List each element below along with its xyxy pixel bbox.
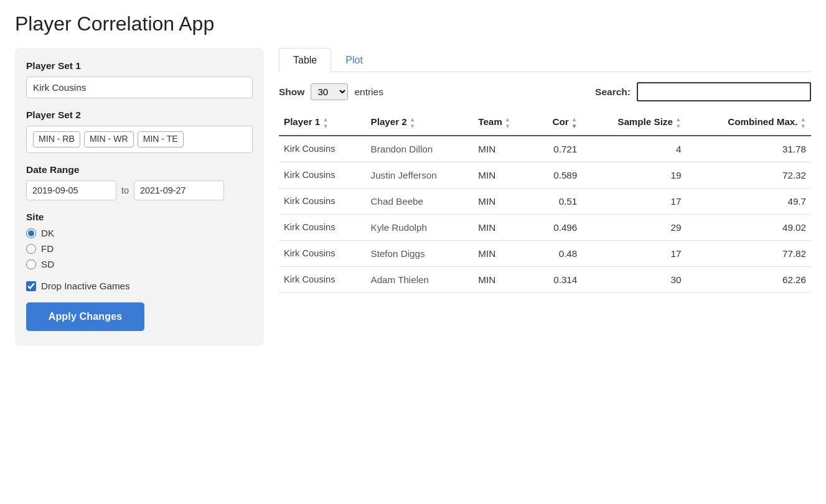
site-label: Site bbox=[26, 212, 253, 223]
cell-team: MIN bbox=[473, 162, 533, 189]
col-label-combined_max: Combined Max. bbox=[728, 116, 797, 127]
sort-icon-player1: ▲▼ bbox=[322, 116, 329, 129]
show-label: Show bbox=[279, 86, 304, 98]
cell-team: MIN bbox=[473, 136, 533, 162]
sort-icon-combined_max: ▲▼ bbox=[800, 116, 807, 129]
sort-icon-player2: ▲▼ bbox=[410, 116, 416, 129]
cell-player2: Chad Beebe bbox=[366, 189, 474, 215]
col-label-sample_size: Sample Size bbox=[617, 116, 673, 127]
site-radio-item-fd[interactable]: FD bbox=[26, 243, 253, 254]
col-label-player1: Player 1 bbox=[284, 116, 320, 127]
entries-label: entries bbox=[354, 86, 383, 98]
cell-player1: Kirk Cousins bbox=[279, 189, 366, 215]
cell-cor: 0.51 bbox=[533, 189, 583, 215]
col-header-combined_max[interactable]: Combined Max.▲▼ bbox=[686, 110, 811, 136]
sort-icon-team: ▲▼ bbox=[505, 116, 511, 129]
cell-team: MIN bbox=[473, 189, 533, 215]
cell-cor: 0.48 bbox=[533, 241, 583, 267]
site-radio-sd[interactable] bbox=[26, 259, 36, 269]
sort-icon-sample_size: ▲▼ bbox=[675, 116, 682, 129]
sort-icon-cor: ▲▼ bbox=[571, 116, 578, 129]
cell-cor: 0.314 bbox=[533, 267, 583, 293]
player-set-1-label: Player Set 1 bbox=[26, 60, 253, 72]
cell-player2: Kyle Rudolph bbox=[366, 215, 474, 241]
table-controls: Show 10253050100 entries Search: bbox=[279, 82, 811, 101]
player-set-1-section: Player Set 1 bbox=[26, 60, 253, 98]
cell-combined_max: 77.82 bbox=[686, 241, 811, 267]
site-radio-dk[interactable] bbox=[26, 228, 36, 238]
site-radio-group: DKFDSD bbox=[26, 228, 253, 269]
table-row: Kirk CousinsChad BeebeMIN0.511749.7 bbox=[279, 189, 811, 215]
site-radio-fd[interactable] bbox=[26, 244, 36, 254]
table-row: Kirk CousinsAdam ThielenMIN0.3143062.26 bbox=[279, 267, 811, 293]
cell-player2: Adam Thielen bbox=[366, 267, 474, 293]
date-range-section: Date Range to bbox=[26, 164, 253, 200]
table-row: Kirk CousinsJustin JeffersonMIN0.5891972… bbox=[279, 162, 811, 189]
cell-cor: 0.496 bbox=[533, 215, 583, 241]
cell-player2: Justin Jefferson bbox=[366, 162, 474, 189]
player-set-1-input[interactable] bbox=[26, 77, 253, 98]
cell-team: MIN bbox=[473, 267, 533, 293]
col-label-player2: Player 2 bbox=[371, 116, 407, 127]
right-panel: TablePlot Show 10253050100 entries Searc… bbox=[279, 48, 811, 293]
cell-sample_size: 29 bbox=[582, 215, 686, 241]
col-header-player2[interactable]: Player 2▲▼ bbox=[366, 110, 474, 136]
player-set-tag: MIN - TE bbox=[138, 131, 184, 147]
site-section: Site DKFDSD bbox=[26, 212, 253, 269]
table-row: Kirk CousinsBrandon DillonMIN0.721431.78 bbox=[279, 136, 811, 162]
cell-player1: Kirk Cousins bbox=[279, 162, 366, 189]
cell-team: MIN bbox=[473, 215, 533, 241]
cell-combined_max: 49.7 bbox=[686, 189, 811, 215]
col-label-team: Team bbox=[478, 116, 502, 127]
tab-table[interactable]: Table bbox=[279, 48, 331, 72]
col-label-cor: Cor bbox=[553, 116, 569, 127]
date-from-input[interactable] bbox=[26, 180, 116, 200]
col-header-sample_size[interactable]: Sample Size▲▼ bbox=[582, 110, 686, 136]
search-label: Search: bbox=[595, 86, 631, 98]
col-header-player1[interactable]: Player 1▲▼ bbox=[279, 110, 366, 136]
date-to-separator: to bbox=[121, 185, 129, 195]
correlation-table: Player 1▲▼Player 2▲▼Team▲▼Cor▲▼Sample Si… bbox=[279, 110, 811, 293]
cell-sample_size: 17 bbox=[582, 189, 686, 215]
app-title: Player Correlation App bbox=[15, 12, 811, 35]
cell-cor: 0.721 bbox=[533, 136, 583, 162]
drop-inactive-checkbox[interactable] bbox=[26, 281, 36, 291]
cell-player1: Kirk Cousins bbox=[279, 215, 366, 241]
left-panel: Player Set 1 Player Set 2 MIN - RBMIN - … bbox=[15, 48, 264, 346]
date-to-input[interactable] bbox=[134, 180, 224, 200]
cell-combined_max: 31.78 bbox=[686, 136, 811, 162]
cell-player2: Stefon Diggs bbox=[366, 241, 474, 267]
col-header-cor[interactable]: Cor▲▼ bbox=[533, 110, 583, 136]
cell-team: MIN bbox=[473, 241, 533, 267]
player-set-2-label: Player Set 2 bbox=[26, 110, 253, 121]
tab-bar: TablePlot bbox=[279, 48, 811, 72]
cell-combined_max: 62.26 bbox=[686, 267, 811, 293]
entries-select[interactable]: 10253050100 bbox=[311, 83, 348, 100]
cell-sample_size: 17 bbox=[582, 241, 686, 267]
cell-player1: Kirk Cousins bbox=[279, 136, 366, 162]
apply-changes-button[interactable]: Apply Changes bbox=[26, 302, 144, 331]
table-row: Kirk CousinsStefon DiggsMIN0.481777.82 bbox=[279, 241, 811, 267]
date-range-label: Date Range bbox=[26, 164, 253, 175]
cell-player1: Kirk Cousins bbox=[279, 267, 366, 293]
player-set-2-tags[interactable]: MIN - RBMIN - WRMIN - TE bbox=[26, 126, 253, 153]
player-set-tag: MIN - RB bbox=[33, 131, 80, 147]
player-set-2-section: Player Set 2 MIN - RBMIN - WRMIN - TE bbox=[26, 110, 253, 153]
col-header-team[interactable]: Team▲▼ bbox=[473, 110, 533, 136]
drop-inactive-label: Drop Inactive Games bbox=[41, 281, 130, 291]
cell-combined_max: 49.02 bbox=[686, 215, 811, 241]
cell-player2: Brandon Dillon bbox=[366, 136, 474, 162]
search-input[interactable] bbox=[637, 82, 811, 101]
cell-sample_size: 4 bbox=[582, 136, 686, 162]
player-set-tag: MIN - WR bbox=[84, 131, 134, 147]
cell-player1: Kirk Cousins bbox=[279, 241, 366, 267]
table-row: Kirk CousinsKyle RudolphMIN0.4962949.02 bbox=[279, 215, 811, 241]
site-radio-item-sd[interactable]: SD bbox=[26, 259, 253, 269]
site-radio-item-dk[interactable]: DK bbox=[26, 228, 253, 238]
drop-inactive-checkbox-item[interactable]: Drop Inactive Games bbox=[26, 281, 253, 291]
cell-sample_size: 19 bbox=[582, 162, 686, 189]
cell-sample_size: 30 bbox=[582, 267, 686, 293]
tab-plot[interactable]: Plot bbox=[331, 48, 377, 72]
cell-combined_max: 72.32 bbox=[686, 162, 811, 189]
cell-cor: 0.589 bbox=[533, 162, 583, 189]
